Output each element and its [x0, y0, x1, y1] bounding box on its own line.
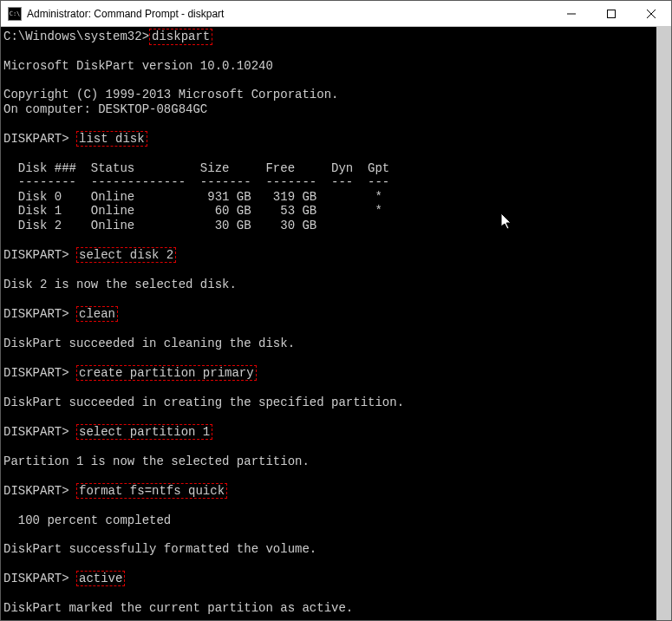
window-controls: [551, 1, 671, 26]
copyright-line: Copyright (C) 1999-2013 Microsoft Corpor…: [3, 88, 338, 101]
mouse-cursor-icon: [501, 213, 513, 231]
msg-active-done: DiskPart marked the current partition as…: [3, 601, 353, 615]
cmd-icon: C:\: [8, 7, 22, 21]
cmd-create-partition: create partition primary: [76, 365, 257, 382]
disk-row: Disk 0 Online 931 GB 319 GB *: [3, 190, 382, 204]
disk-table-header: Disk ### Status Size Free Dyn Gpt: [3, 161, 389, 175]
minimize-button[interactable]: [551, 1, 591, 26]
minimize-icon: [567, 10, 576, 18]
msg-format-done: DiskPart successfully formatted the volu…: [3, 542, 316, 556]
maximize-icon: [607, 10, 616, 18]
dp-prompt: DISKPART>: [3, 572, 76, 585]
app-window: C:\ Administrator: Command Prompt - disk…: [0, 0, 672, 621]
vertical-scrollbar[interactable]: [656, 27, 671, 620]
dp-prompt: DISKPART>: [3, 366, 76, 380]
window-title: Administrator: Command Prompt - diskpart: [27, 8, 551, 20]
maximize-button[interactable]: [591, 1, 631, 26]
dp-prompt: DISKPART>: [3, 307, 76, 321]
version-line: Microsoft DiskPart version 10.0.10240: [3, 59, 273, 73]
disk-table-divider: -------- ------------- ------- ------- -…: [3, 175, 389, 189]
dp-prompt: DISKPART>: [3, 484, 76, 498]
cmd-clean: clean: [76, 306, 118, 323]
disk-row: Disk 1 Online 60 GB 53 GB *: [3, 204, 382, 218]
msg-clean-done: DiskPart succeeded in cleaning the disk.: [3, 337, 295, 350]
msg-percent: 100 percent completed: [3, 513, 171, 527]
msg-partition-created: DiskPart succeeded in creating the speci…: [3, 395, 404, 409]
msg-partition-selected: Partition 1 is now the selected partitio…: [3, 454, 310, 468]
cmd-diskpart: diskpart: [149, 29, 212, 45]
cmd-select-disk: select disk 2: [76, 247, 176, 264]
cmd-icon-text: C:\: [10, 10, 21, 17]
cmd-select-partition: select partition 1: [76, 424, 212, 441]
cmd-active: active: [76, 571, 125, 587]
prompt-initial: C:\Windows\system32>: [3, 29, 149, 43]
dp-prompt: DISKPART>: [3, 132, 76, 146]
close-icon: [647, 10, 656, 18]
cmd-list-disk: list disk: [76, 131, 147, 147]
scrollbar-thumb[interactable]: [656, 27, 671, 620]
terminal-output[interactable]: C:\Windows\system32>diskpart Microsoft D…: [1, 27, 671, 620]
svg-rect-1: [608, 10, 616, 17]
titlebar[interactable]: C:\ Administrator: Command Prompt - disk…: [1, 1, 671, 27]
dp-prompt: DISKPART>: [3, 248, 76, 262]
computer-line: On computer: DESKTOP-08G84GC: [3, 102, 207, 116]
msg-disk-selected: Disk 2 is now the selected disk.: [3, 278, 237, 291]
cmd-format: format fs=ntfs quick: [76, 483, 227, 500]
dp-prompt: DISKPART>: [3, 425, 76, 439]
disk-row: Disk 2 Online 30 GB 30 GB: [3, 219, 316, 232]
close-button[interactable]: [631, 1, 671, 26]
